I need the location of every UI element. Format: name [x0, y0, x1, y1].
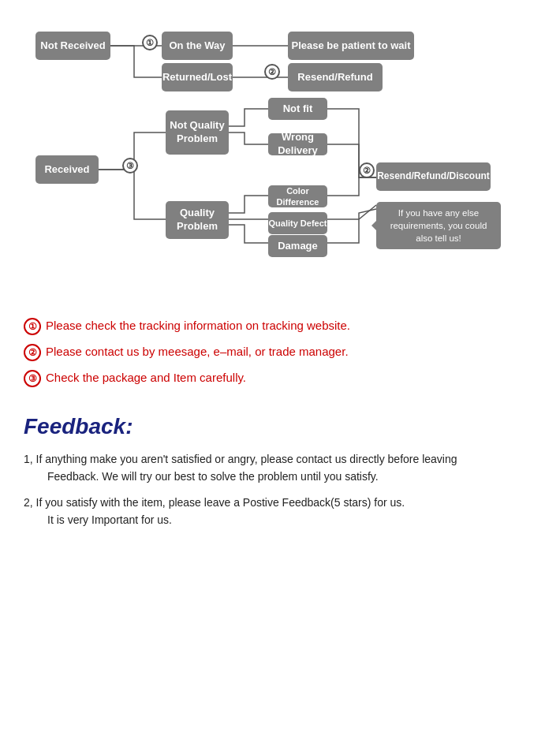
flowchart-section: ① ② ③ ② Not Received On the Way Returned… — [16, 8, 544, 308]
notes-section: ① Please check the tracking information … — [16, 308, 544, 400]
note-text-1: Please check the tracking information on… — [46, 317, 350, 334]
circle-label-3: ③ — [122, 158, 138, 174]
box-resend-refund: Resend/Refund — [288, 63, 383, 91]
feedback-indent-2: It is very Important for us. — [24, 511, 536, 528]
feedback-section: Feedback: 1, If anything make you aren't… — [16, 400, 544, 545]
circle-label-2b: ② — [359, 162, 375, 178]
feedback-prefix-2: 2, — [24, 496, 33, 509]
box-quality-defect: Quality Defect — [268, 212, 327, 234]
note-text-3: Check the package and Item carefully. — [46, 369, 246, 386]
box-resend-refund-discount: Resend/Refund/Discount — [376, 162, 491, 191]
feedback-indent-1: Feedback. We will try our best to solve … — [24, 468, 536, 485]
box-not-received: Not Received — [35, 32, 110, 60]
box-not-quality-problem: Not Quality Problem — [166, 110, 229, 155]
circle-label-2a: ② — [264, 64, 280, 80]
box-tooltip: If you have any else requirements, you c… — [376, 202, 501, 249]
box-not-fit: Not fit — [268, 98, 327, 120]
note-2: ② Please contact us by meesage, e–mail, … — [24, 343, 536, 361]
box-received: Received — [35, 155, 99, 184]
note-circle-2: ② — [24, 344, 41, 361]
feedback-prefix-1: 1, — [24, 453, 33, 465]
feedback-main-1: If anything make you aren't satisfied or… — [33, 453, 457, 465]
box-quality-problem: Quality Problem — [166, 201, 229, 239]
circle-label-1: ① — [142, 35, 158, 50]
note-circle-3: ③ — [24, 370, 41, 387]
box-wrong-delivery: Wrong Delivery — [268, 133, 327, 155]
note-text-2: Please contact us by meesage, e–mail, or… — [46, 343, 349, 360]
flow-diagram: ① ② ③ ② Not Received On the Way Returned… — [20, 16, 540, 300]
note-1: ① Please check the tracking information … — [24, 317, 536, 335]
feedback-title: Feedback: — [24, 414, 536, 439]
box-on-the-way: On the Way — [162, 32, 233, 60]
box-damage: Damage — [268, 235, 327, 257]
box-color-difference: Color Difference — [268, 185, 327, 207]
note-circle-1: ① — [24, 318, 41, 335]
feedback-item-2: 2, If you satisfy with the item, please … — [24, 494, 536, 529]
box-returned-lost: Returned/Lost — [162, 63, 233, 91]
box-please-wait: Please be patient to wait — [288, 32, 414, 60]
feedback-main-2: If you satisfy with the item, please lea… — [33, 496, 405, 509]
feedback-item-1: 1, If anything make you aren't satisfied… — [24, 450, 536, 486]
note-3: ③ Check the package and Item carefully. — [24, 369, 536, 387]
